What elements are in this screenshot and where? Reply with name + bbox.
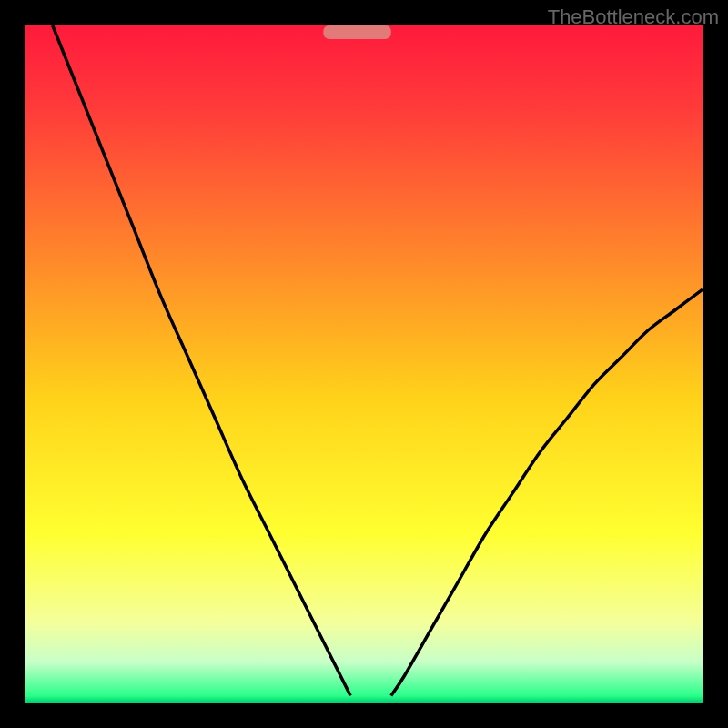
- chart-svg: [25, 25, 703, 703]
- marker-pill: [323, 25, 390, 39]
- watermark-text: TheBottleneck.com: [548, 5, 719, 29]
- chart-background: [25, 25, 703, 703]
- chart-plot-area: [25, 25, 703, 703]
